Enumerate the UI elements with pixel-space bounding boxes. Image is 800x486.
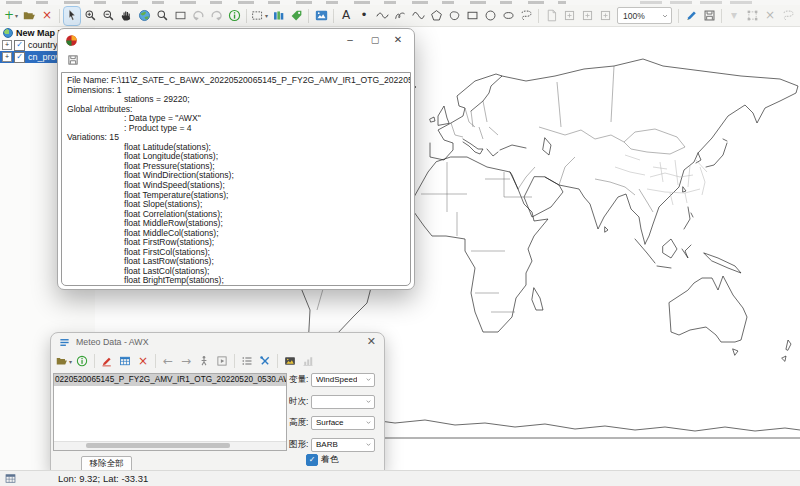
polyline-tool[interactable] [374, 7, 390, 25]
zoom-value: 100% [623, 11, 645, 21]
file-list-item[interactable]: 0220520065145_P_FY2G_AMV_IR1_OTG_2022052… [54, 374, 286, 386]
data-table-button[interactable] [117, 352, 133, 370]
info-line: float Longitude(stations); [67, 152, 410, 162]
text-tool[interactable]: A [338, 7, 354, 25]
play-frame-button[interactable] [214, 352, 230, 370]
toolbar-separator [333, 9, 334, 23]
data-settings-button[interactable] [257, 352, 273, 370]
grid-status-icon [5, 473, 16, 484]
field-combobox[interactable]: WindSpeed [311, 373, 375, 387]
combobox-value: BARB [316, 440, 338, 449]
sections-list-button[interactable] [239, 352, 255, 370]
remove-layer-button[interactable]: × [39, 7, 55, 25]
scribble-icon [394, 9, 407, 22]
clipped-title-text [640, 1, 760, 4]
chart-icon [302, 355, 314, 367]
zoom-to-extent-tool[interactable] [172, 7, 188, 25]
info-icon [76, 355, 88, 367]
tag-icon [290, 9, 303, 22]
expand-icon[interactable]: + [2, 40, 12, 50]
freehand-polygon-tool[interactable] [446, 7, 462, 25]
imagepic-icon [284, 355, 296, 367]
opened-files-list[interactable]: 0220520065145_P_FY2G_AMV_IR1_OTG_2022052… [53, 373, 287, 451]
field-combobox[interactable] [311, 395, 375, 409]
select-tool[interactable] [64, 7, 80, 25]
columns-icon [272, 9, 285, 22]
label-button[interactable] [288, 7, 304, 25]
glyph: × [765, 9, 775, 22]
smallsq-icon [581, 9, 594, 22]
polygon-tool[interactable] [428, 7, 444, 25]
rectangle-tool[interactable] [464, 7, 480, 25]
zoom-level-combobox[interactable]: 100% [617, 7, 672, 24]
glyph: + [4, 9, 14, 22]
field-combobox[interactable]: BARB [311, 438, 375, 452]
open-data-button[interactable]: ▾ [56, 352, 72, 370]
meteo-data-icon [59, 337, 70, 348]
lasso-tool[interactable] [518, 7, 534, 25]
zoom-to-layer-tool[interactable] [154, 7, 170, 25]
minimize-button[interactable]: – [338, 32, 362, 48]
main-toolbar: +▾×▾A•100%▾× [0, 5, 800, 27]
undo-button[interactable] [190, 7, 206, 25]
colorize-checkbox[interactable]: ✓ 着色 [306, 454, 339, 466]
edit-vertices-button[interactable] [683, 7, 699, 25]
delete-selection-button: × [762, 7, 778, 25]
data-info-button[interactable] [74, 352, 90, 370]
close-data-button[interactable]: × [135, 352, 151, 370]
curve-tool[interactable] [410, 7, 426, 25]
save-info-icon[interactable] [67, 54, 79, 66]
toolbar-separator [538, 9, 539, 23]
open-file-button[interactable] [21, 7, 37, 25]
wave-icon [376, 9, 389, 22]
add-layer-button[interactable]: +▾ [3, 7, 19, 25]
toolbar-separator [308, 9, 309, 23]
glyph: → [181, 355, 191, 368]
coordinate-readout: Lon: 9.32; Lat: -33.31 [58, 473, 148, 484]
field-combobox[interactable]: Surface [311, 416, 375, 430]
next-time-button[interactable]: → [178, 352, 194, 370]
magm-icon [102, 9, 115, 22]
expand-icon[interactable]: + [2, 52, 12, 62]
meteo-titlebar[interactable]: Meteo Data - AWX ✕ [51, 333, 384, 351]
recttool-icon [466, 9, 479, 22]
animation-button[interactable] [196, 352, 212, 370]
cursor-icon [66, 9, 79, 22]
save-project-button[interactable] [701, 7, 717, 25]
scrollbar-thumb[interactable] [86, 443, 230, 448]
layer-checkbox[interactable]: ✓ [14, 40, 25, 51]
identify-tool[interactable] [226, 7, 242, 25]
pan-tool[interactable] [118, 7, 134, 25]
transform-icon [746, 9, 759, 22]
new-layout-button[interactable] [313, 7, 329, 25]
select-feature-tool[interactable]: ▾ [251, 7, 268, 25]
full-extent-tool[interactable] [136, 7, 152, 25]
zoom-in-tool[interactable] [82, 7, 98, 25]
info-line: float Pressure(stations); [67, 162, 410, 172]
checkbox-check-icon[interactable]: ✓ [306, 454, 318, 466]
maximize-button[interactable]: ▢ [363, 32, 387, 48]
horizontal-scrollbar[interactable] [54, 441, 286, 450]
pen-icon [685, 9, 698, 22]
circle-tool[interactable] [482, 7, 498, 25]
table-icon [119, 355, 131, 367]
info-line: float FirstRow(stations); [67, 238, 410, 248]
attribute-table-button[interactable] [270, 7, 286, 25]
imageblue-icon [315, 9, 328, 22]
freehand-tool[interactable] [392, 7, 408, 25]
snapshot-button-1 [561, 7, 577, 25]
meteo-close-button[interactable]: ✕ [367, 335, 376, 348]
draw-data-button[interactable] [99, 352, 115, 370]
info-line: float Temperature(stations); [67, 191, 410, 201]
point-tool[interactable]: • [356, 7, 372, 25]
close-button[interactable]: ✕ [386, 32, 410, 48]
data-info-titlebar[interactable]: – ▢ ✕ [58, 29, 414, 51]
zoom-out-tool[interactable] [100, 7, 116, 25]
output-image-button[interactable] [282, 352, 298, 370]
previous-time-button[interactable]: ← [160, 352, 176, 370]
ellipse-tool[interactable] [500, 7, 516, 25]
smallsq-icon [563, 9, 576, 22]
data-info-text: File Name: F:\11\Z_SATE_C_BAWX_202205200… [61, 72, 411, 286]
layer-checkbox[interactable]: ✓ [14, 52, 25, 63]
redo-button[interactable] [208, 7, 224, 25]
